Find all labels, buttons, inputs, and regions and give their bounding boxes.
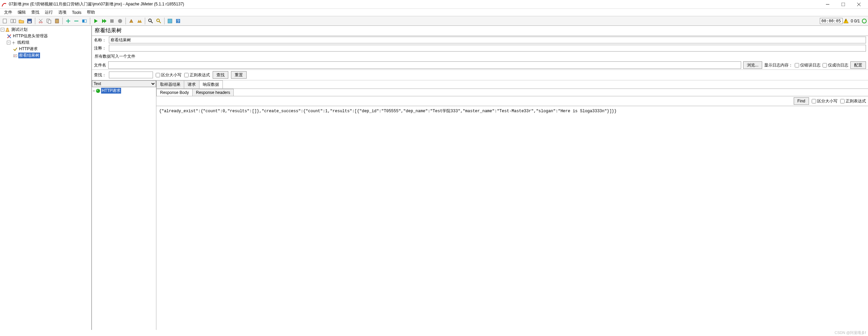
templates-icon[interactable] bbox=[9, 17, 17, 25]
response-find-button[interactable]: Find bbox=[794, 97, 809, 105]
write-all-label: 所有数据写入一个文件 bbox=[92, 52, 868, 61]
tab-response-headers[interactable]: Response headers bbox=[192, 89, 234, 96]
function-helper-icon[interactable] bbox=[166, 17, 174, 25]
results-left: Text − HTTP请求 bbox=[92, 80, 156, 330]
config-icon bbox=[7, 34, 12, 39]
search-row: 查找： 区分大小写 正则表达式 查找 重置 bbox=[92, 70, 868, 80]
search-icon[interactable] bbox=[147, 17, 154, 25]
svg-rect-28 bbox=[168, 19, 172, 23]
toggle-icon[interactable] bbox=[81, 17, 88, 25]
results-right: 取样器结果 请求 响应数据 Response Body Response hea… bbox=[156, 80, 868, 330]
start-no-timers-icon[interactable] bbox=[100, 17, 108, 25]
svg-rect-8 bbox=[28, 21, 31, 23]
warning-icon: ! bbox=[843, 18, 849, 24]
svg-point-9 bbox=[39, 22, 40, 23]
menu-file[interactable]: 文件 bbox=[1, 9, 15, 16]
open-icon[interactable] bbox=[18, 17, 25, 25]
window-title: 07新增.jmx (E:\营销视频\11月接口营销\入门篇\jmx\07新增.j… bbox=[9, 1, 820, 7]
result-tabs: 取样器结果 请求 响应数据 bbox=[156, 80, 868, 89]
svg-rect-4 bbox=[3, 19, 6, 23]
svg-point-26 bbox=[157, 19, 159, 22]
tree-http-request[interactable]: HTTP请求 bbox=[1, 46, 91, 52]
sample-tree[interactable]: − HTTP请求 bbox=[92, 87, 156, 330]
clear-icon[interactable] bbox=[128, 17, 135, 25]
search-reset-button[interactable]: 重置 bbox=[231, 71, 247, 79]
tab-response-data[interactable]: 响应数据 bbox=[199, 80, 223, 88]
search-find-button[interactable]: 查找 bbox=[213, 71, 228, 79]
thread-icon bbox=[11, 40, 16, 45]
sample-node[interactable]: − HTTP请求 bbox=[93, 88, 155, 94]
title-bar: 07新增.jmx (E:\营销视频\11月接口营销\入门篇\jmx\07新增.j… bbox=[0, 0, 868, 9]
collapse-icon[interactable]: − bbox=[7, 41, 11, 44]
tree-header-manager[interactable]: HTTP信息头管理器 bbox=[1, 33, 91, 39]
tree-view-results[interactable]: 察看结果树 bbox=[1, 52, 91, 59]
comment-input[interactable] bbox=[109, 45, 866, 52]
search-label: 查找： bbox=[94, 72, 106, 78]
results-area: Text − HTTP请求 取样器结果 请求 响应数据 Respo bbox=[92, 80, 868, 330]
only-error-checkbox[interactable]: 仅错误日志 bbox=[795, 62, 821, 68]
menu-search[interactable]: 查找 bbox=[28, 9, 42, 16]
svg-point-24 bbox=[149, 19, 151, 22]
response-case-checkbox[interactable]: 区分大小写 bbox=[812, 98, 837, 104]
tab-sampler-result[interactable]: 取样器结果 bbox=[156, 80, 184, 88]
cut-icon[interactable] bbox=[37, 17, 44, 25]
new-icon[interactable] bbox=[1, 17, 9, 25]
collapse-icon[interactable]: − bbox=[1, 28, 4, 32]
copy-icon[interactable] bbox=[45, 17, 53, 25]
svg-rect-16 bbox=[56, 19, 58, 20]
only-success-checkbox[interactable]: 仅成功日志 bbox=[823, 62, 848, 68]
svg-rect-5 bbox=[11, 19, 13, 23]
reset-search-icon[interactable] bbox=[155, 17, 162, 25]
app-icon bbox=[1, 2, 7, 7]
success-icon bbox=[96, 89, 100, 93]
svg-point-23 bbox=[118, 19, 122, 23]
filename-label: 文件名 bbox=[94, 62, 106, 68]
close-button[interactable] bbox=[851, 0, 867, 9]
help-icon[interactable]: ? bbox=[174, 17, 182, 25]
filename-input[interactable] bbox=[108, 61, 741, 69]
toolbar: ? 00:00:05 ! 0 0/1 bbox=[0, 16, 868, 26]
maximize-button[interactable] bbox=[835, 0, 851, 9]
name-input[interactable] bbox=[109, 37, 866, 43]
browse-button[interactable]: 浏览... bbox=[743, 61, 762, 69]
svg-line-11 bbox=[39, 19, 42, 22]
test-plan-tree[interactable]: − 测试计划 HTTP信息头管理器 − 线程组 HTTP请求 察看结果树 bbox=[0, 26, 92, 330]
start-icon[interactable] bbox=[92, 17, 99, 25]
config-button[interactable]: 配置 bbox=[850, 61, 866, 69]
paste-icon[interactable] bbox=[53, 17, 61, 25]
response-regex-checkbox[interactable]: 正则表达式 bbox=[840, 98, 866, 104]
menu-help[interactable]: 帮助 bbox=[84, 9, 98, 16]
tab-response-body[interactable]: Response Body bbox=[156, 89, 193, 96]
renderer-select[interactable]: Text bbox=[92, 80, 156, 87]
menu-options[interactable]: 选项 bbox=[56, 9, 69, 16]
shutdown-icon[interactable] bbox=[116, 17, 124, 25]
expand-icon[interactable] bbox=[64, 17, 72, 25]
svg-rect-14 bbox=[48, 20, 51, 23]
watermark: CSDN @阿里嘎多f bbox=[835, 330, 866, 335]
flask-icon bbox=[5, 27, 10, 32]
menu-tools[interactable]: Tools bbox=[69, 9, 84, 16]
search-regex-checkbox[interactable]: 正则表达式 bbox=[184, 72, 210, 78]
results-panel: 察看结果树 名称： 注释： 所有数据写入一个文件 文件名 浏览... 显示日志内… bbox=[92, 26, 868, 330]
tab-request[interactable]: 请求 bbox=[184, 80, 199, 88]
name-label: 名称： bbox=[94, 37, 108, 43]
svg-point-32 bbox=[862, 19, 866, 23]
search-input[interactable] bbox=[109, 72, 153, 78]
menu-edit[interactable]: 编辑 bbox=[15, 9, 28, 16]
log-show-label: 显示日志内容： bbox=[764, 62, 793, 68]
collapse-icon[interactable]: − bbox=[93, 88, 95, 93]
svg-text:!: ! bbox=[845, 19, 846, 23]
collapse-icon[interactable] bbox=[73, 17, 80, 25]
response-body-text[interactable]: {"already_exist":{"count":0,"results":[]… bbox=[156, 106, 868, 330]
clear-all-icon[interactable] bbox=[136, 17, 143, 25]
tree-test-plan[interactable]: − 测试计划 bbox=[1, 26, 91, 33]
menu-run[interactable]: 运行 bbox=[42, 9, 56, 16]
svg-text:?: ? bbox=[177, 19, 179, 24]
status-icon bbox=[862, 19, 867, 23]
sampler-icon bbox=[13, 47, 18, 52]
minimize-button[interactable] bbox=[820, 0, 835, 9]
save-icon[interactable] bbox=[26, 17, 33, 25]
tree-thread-group[interactable]: − 线程组 bbox=[1, 39, 91, 46]
search-case-checkbox[interactable]: 区分大小写 bbox=[156, 72, 181, 78]
stop-icon[interactable] bbox=[108, 17, 116, 25]
